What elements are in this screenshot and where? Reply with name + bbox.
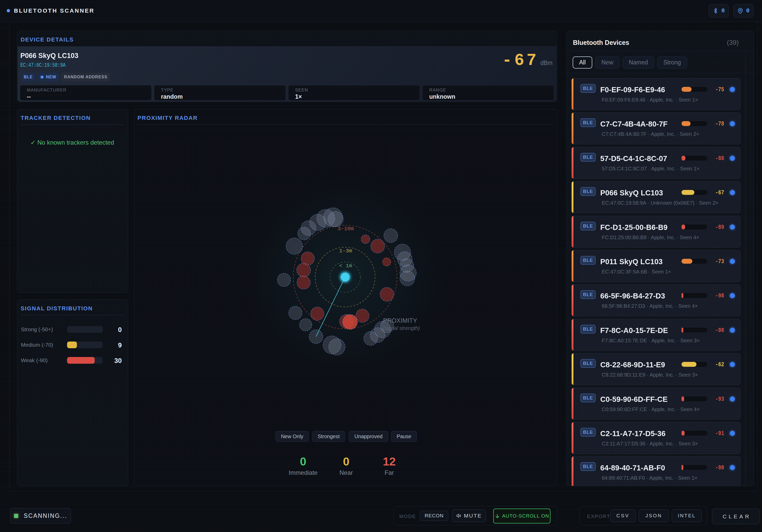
svg-text:< 1m: < 1m — [339, 263, 352, 269]
svg-text:PROXIMITY: PROXIMITY — [383, 317, 417, 324]
svg-text:1-3m: 1-3m — [339, 248, 352, 254]
svg-text:(signal strength): (signal strength) — [383, 325, 420, 331]
svg-text:3-10m: 3-10m — [338, 226, 354, 232]
